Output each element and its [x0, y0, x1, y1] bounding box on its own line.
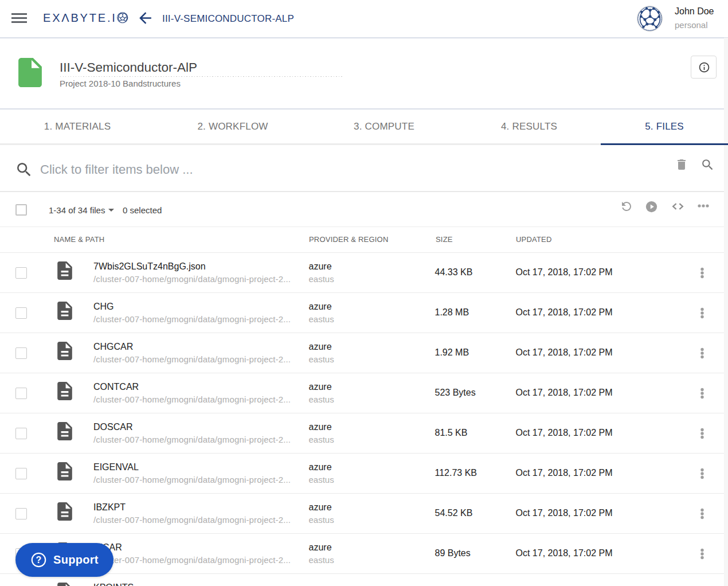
svg-text:?: ? [36, 555, 42, 565]
